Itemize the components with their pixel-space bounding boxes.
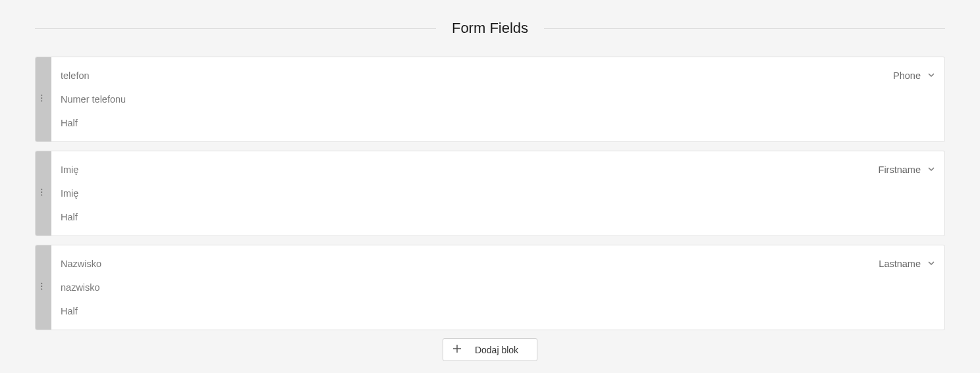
field-body: Imię Firstname Imię Half xyxy=(51,151,944,236)
field-type-label: Lastname xyxy=(879,259,921,269)
field-card: Nazwisko Lastname nazwisko Half xyxy=(35,245,945,330)
field-width-row[interactable]: Half xyxy=(61,111,935,135)
field-width-label: Half xyxy=(61,306,935,316)
svg-point-1 xyxy=(41,97,43,99)
field-name-row[interactable]: Nazwisko Lastname xyxy=(61,252,935,276)
divider-line xyxy=(544,28,945,29)
svg-point-4 xyxy=(41,191,43,193)
field-type-label: Firstname xyxy=(879,164,921,175)
field-placeholder-label: Imię xyxy=(61,188,935,199)
field-type-selector[interactable]: Firstname xyxy=(879,164,935,175)
field-type-selector[interactable]: Phone xyxy=(893,70,935,81)
field-type-selector[interactable]: Lastname xyxy=(879,259,935,269)
section-title: Form Fields xyxy=(436,20,544,37)
svg-point-2 xyxy=(41,101,43,102)
field-body: Nazwisko Lastname nazwisko Half xyxy=(51,245,944,330)
field-placeholder-label: nazwisko xyxy=(61,282,935,293)
svg-point-6 xyxy=(41,283,43,284)
section-header: Form Fields xyxy=(35,0,945,57)
drag-icon xyxy=(40,187,47,199)
field-width-label: Half xyxy=(61,212,935,222)
field-body: telefon Phone Numer telefonu Half xyxy=(51,57,944,141)
field-placeholder-row[interactable]: nazwisko xyxy=(61,276,935,299)
field-type-label: Phone xyxy=(893,70,921,81)
chevron-down-icon xyxy=(927,70,935,81)
drag-handle[interactable] xyxy=(36,57,51,141)
svg-point-5 xyxy=(41,195,43,196)
field-card: telefon Phone Numer telefonu Half xyxy=(35,57,945,142)
drag-handle[interactable] xyxy=(36,245,51,330)
svg-point-3 xyxy=(41,189,43,190)
field-width-row[interactable]: Half xyxy=(61,205,935,229)
field-card: Imię Firstname Imię Half xyxy=(35,151,945,236)
svg-point-7 xyxy=(41,286,43,287)
svg-point-8 xyxy=(41,289,43,290)
chevron-down-icon xyxy=(927,164,935,175)
plus-icon xyxy=(452,344,462,355)
drag-handle[interactable] xyxy=(36,151,51,236)
add-block-label: Dodaj blok xyxy=(475,345,518,355)
field-name-label: Imię xyxy=(61,164,879,175)
field-name-row[interactable]: telefon Phone xyxy=(61,64,935,87)
chevron-down-icon xyxy=(927,259,935,269)
add-block-button[interactable]: Dodaj blok xyxy=(443,338,537,361)
divider-line xyxy=(35,28,436,29)
field-width-row[interactable]: Half xyxy=(61,299,935,323)
drag-icon xyxy=(40,282,47,293)
field-name-row[interactable]: Imię Firstname xyxy=(61,158,935,182)
field-placeholder-row[interactable]: Numer telefonu xyxy=(61,87,935,111)
field-name-label: Nazwisko xyxy=(61,259,879,269)
drag-icon xyxy=(40,93,47,105)
field-name-label: telefon xyxy=(61,70,893,81)
field-placeholder-row[interactable]: Imię xyxy=(61,182,935,205)
field-placeholder-label: Numer telefonu xyxy=(61,94,935,105)
fields-list: telefon Phone Numer telefonu Half xyxy=(35,57,945,330)
svg-point-0 xyxy=(41,95,43,96)
field-width-label: Half xyxy=(61,118,935,128)
